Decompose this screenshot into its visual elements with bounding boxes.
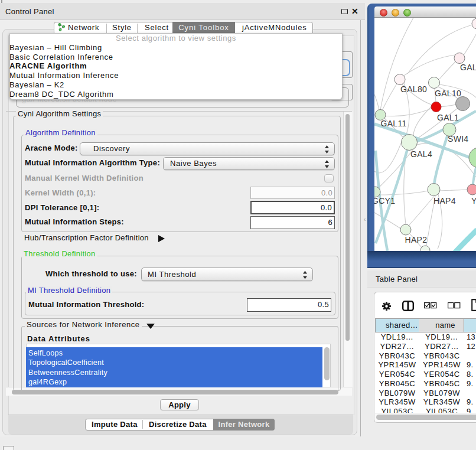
svg-text:Y: Y (471, 196, 476, 206)
svg-text:GAL10: GAL10 (435, 89, 461, 98)
svg-text:HAP2: HAP2 (405, 235, 428, 244)
svg-text:GAL: GAL (460, 63, 476, 72)
svg-text:GAL80: GAL80 (400, 84, 427, 94)
svg-text:GCY1: GCY1 (374, 196, 395, 206)
svg-text:SWI4: SWI4 (448, 134, 468, 144)
svg-text:GAL1: GAL1 (437, 113, 459, 122)
svg-text:HAP4: HAP4 (433, 196, 456, 206)
svg-text:GAL4: GAL4 (410, 149, 432, 159)
svg-text:GAL11: GAL11 (381, 119, 407, 128)
